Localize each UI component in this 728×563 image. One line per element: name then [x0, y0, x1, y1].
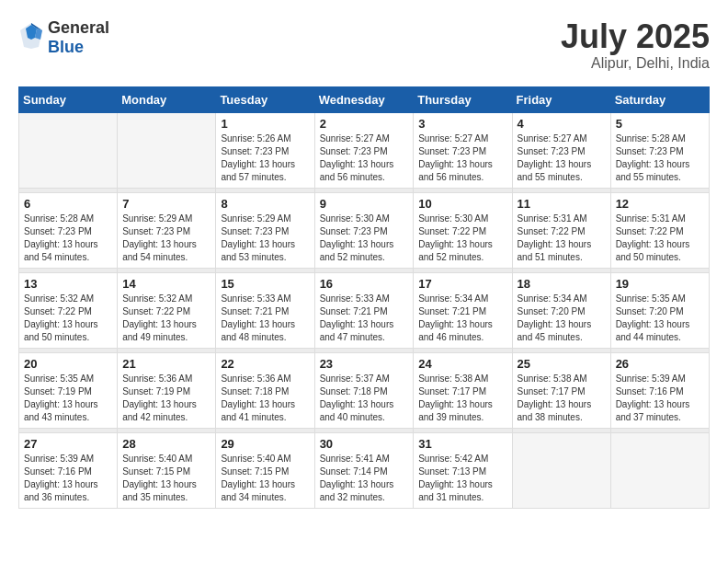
day-info: Sunrise: 5:31 AMSunset: 7:22 PMDaylight:…	[518, 213, 606, 264]
day-info: Sunrise: 5:33 AMSunset: 7:21 PMDaylight:…	[221, 293, 309, 344]
day-info: Sunrise: 5:41 AMSunset: 7:14 PMDaylight:…	[320, 453, 409, 504]
calendar-cell: 21Sunrise: 5:36 AMSunset: 7:19 PMDayligh…	[118, 352, 216, 428]
day-info: Sunrise: 5:31 AMSunset: 7:22 PMDaylight:…	[616, 213, 704, 264]
day-info: Sunrise: 5:36 AMSunset: 7:19 PMDaylight:…	[122, 373, 210, 424]
logo: General Blue	[18, 18, 109, 57]
weekday-header-monday: Monday	[118, 86, 216, 112]
day-number: 15	[221, 277, 309, 291]
day-info: Sunrise: 5:30 AMSunset: 7:22 PMDaylight:…	[418, 213, 506, 264]
calendar-cell: 18Sunrise: 5:34 AMSunset: 7:20 PMDayligh…	[512, 272, 610, 348]
weekday-header-wednesday: Wednesday	[314, 86, 414, 112]
calendar-table: SundayMondayTuesdayWednesdayThursdayFrid…	[18, 86, 710, 509]
day-info: Sunrise: 5:32 AMSunset: 7:22 PMDaylight:…	[122, 293, 210, 344]
calendar-cell: 4Sunrise: 5:27 AMSunset: 7:23 PMDaylight…	[512, 112, 610, 188]
day-number: 4	[518, 117, 606, 131]
day-info: Sunrise: 5:39 AMSunset: 7:16 PMDaylight:…	[24, 453, 112, 504]
calendar-cell: 3Sunrise: 5:27 AMSunset: 7:23 PMDaylight…	[414, 112, 512, 188]
day-info: Sunrise: 5:36 AMSunset: 7:18 PMDaylight:…	[221, 373, 309, 424]
day-number: 27	[24, 437, 112, 451]
day-number: 7	[122, 197, 210, 211]
calendar-week-row: 6Sunrise: 5:28 AMSunset: 7:23 PMDaylight…	[19, 192, 710, 268]
day-number: 23	[320, 357, 409, 371]
day-info: Sunrise: 5:34 AMSunset: 7:20 PMDaylight:…	[518, 293, 606, 344]
calendar-cell: 19Sunrise: 5:35 AMSunset: 7:20 PMDayligh…	[610, 272, 709, 348]
day-number: 21	[122, 357, 210, 371]
calendar-week-row: 13Sunrise: 5:32 AMSunset: 7:22 PMDayligh…	[19, 272, 710, 348]
day-number: 13	[24, 277, 112, 291]
calendar-cell: 2Sunrise: 5:27 AMSunset: 7:23 PMDaylight…	[314, 112, 414, 188]
calendar-cell	[19, 112, 118, 188]
day-info: Sunrise: 5:26 AMSunset: 7:23 PMDaylight:…	[221, 132, 309, 184]
day-info: Sunrise: 5:35 AMSunset: 7:20 PMDaylight:…	[616, 293, 704, 344]
weekday-header-tuesday: Tuesday	[216, 86, 314, 112]
calendar-cell: 17Sunrise: 5:34 AMSunset: 7:21 PMDayligh…	[414, 272, 512, 348]
day-number: 17	[418, 277, 506, 291]
day-number: 11	[518, 197, 606, 211]
day-number: 2	[320, 117, 409, 131]
logo-icon	[18, 21, 44, 54]
calendar-cell: 24Sunrise: 5:38 AMSunset: 7:17 PMDayligh…	[414, 352, 512, 428]
calendar-cell: 16Sunrise: 5:33 AMSunset: 7:21 PMDayligh…	[314, 272, 414, 348]
day-info: Sunrise: 5:38 AMSunset: 7:17 PMDaylight:…	[418, 373, 506, 424]
day-info: Sunrise: 5:30 AMSunset: 7:23 PMDaylight:…	[320, 213, 409, 264]
day-info: Sunrise: 5:37 AMSunset: 7:18 PMDaylight:…	[320, 373, 409, 424]
calendar-week-row: 1Sunrise: 5:26 AMSunset: 7:23 PMDaylight…	[19, 112, 710, 188]
day-info: Sunrise: 5:28 AMSunset: 7:23 PMDaylight:…	[24, 213, 112, 264]
day-number: 20	[24, 357, 112, 371]
weekday-header-row: SundayMondayTuesdayWednesdayThursdayFrid…	[19, 86, 710, 112]
logo-text: General Blue	[48, 18, 109, 57]
calendar-cell: 26Sunrise: 5:39 AMSunset: 7:16 PMDayligh…	[610, 352, 709, 428]
day-number: 14	[122, 277, 210, 291]
weekday-header-saturday: Saturday	[610, 86, 709, 112]
weekday-header-friday: Friday	[512, 86, 610, 112]
page-header: General Blue July 2025 Alipur, Delhi, In…	[18, 18, 710, 72]
day-number: 30	[320, 437, 409, 451]
calendar-cell: 10Sunrise: 5:30 AMSunset: 7:22 PMDayligh…	[414, 192, 512, 268]
title-block: July 2025 Alipur, Delhi, India	[561, 18, 710, 72]
day-info: Sunrise: 5:33 AMSunset: 7:21 PMDaylight:…	[320, 293, 409, 344]
calendar-cell: 15Sunrise: 5:33 AMSunset: 7:21 PMDayligh…	[216, 272, 314, 348]
calendar-cell: 22Sunrise: 5:36 AMSunset: 7:18 PMDayligh…	[216, 352, 314, 428]
day-number: 5	[616, 117, 704, 131]
day-number: 10	[418, 197, 506, 211]
day-info: Sunrise: 5:29 AMSunset: 7:23 PMDaylight:…	[221, 213, 309, 264]
day-info: Sunrise: 5:35 AMSunset: 7:19 PMDaylight:…	[24, 373, 112, 424]
month-title: July 2025	[561, 18, 710, 55]
day-info: Sunrise: 5:32 AMSunset: 7:22 PMDaylight:…	[24, 293, 112, 344]
calendar-cell: 31Sunrise: 5:42 AMSunset: 7:13 PMDayligh…	[414, 432, 512, 508]
day-number: 31	[418, 437, 506, 451]
calendar-cell: 11Sunrise: 5:31 AMSunset: 7:22 PMDayligh…	[512, 192, 610, 268]
calendar-cell: 7Sunrise: 5:29 AMSunset: 7:23 PMDaylight…	[118, 192, 216, 268]
calendar-cell: 1Sunrise: 5:26 AMSunset: 7:23 PMDaylight…	[216, 112, 314, 188]
day-number: 16	[320, 277, 409, 291]
calendar-cell: 20Sunrise: 5:35 AMSunset: 7:19 PMDayligh…	[19, 352, 118, 428]
day-info: Sunrise: 5:40 AMSunset: 7:15 PMDaylight:…	[221, 453, 309, 504]
logo-general: General	[48, 18, 109, 37]
day-info: Sunrise: 5:27 AMSunset: 7:23 PMDaylight:…	[418, 132, 506, 184]
day-number: 18	[518, 277, 606, 291]
calendar-cell: 25Sunrise: 5:38 AMSunset: 7:17 PMDayligh…	[512, 352, 610, 428]
day-info: Sunrise: 5:38 AMSunset: 7:17 PMDaylight:…	[518, 373, 606, 424]
calendar-week-row: 27Sunrise: 5:39 AMSunset: 7:16 PMDayligh…	[19, 432, 710, 508]
day-info: Sunrise: 5:34 AMSunset: 7:21 PMDaylight:…	[418, 293, 506, 344]
day-number: 6	[24, 197, 112, 211]
day-number: 22	[221, 357, 309, 371]
weekday-header-thursday: Thursday	[414, 86, 512, 112]
calendar-cell: 30Sunrise: 5:41 AMSunset: 7:14 PMDayligh…	[314, 432, 414, 508]
day-info: Sunrise: 5:27 AMSunset: 7:23 PMDaylight:…	[320, 132, 409, 184]
day-info: Sunrise: 5:40 AMSunset: 7:15 PMDaylight:…	[122, 453, 210, 504]
calendar-cell: 8Sunrise: 5:29 AMSunset: 7:23 PMDaylight…	[216, 192, 314, 268]
day-number: 26	[616, 357, 704, 371]
day-number: 28	[122, 437, 210, 451]
day-info: Sunrise: 5:28 AMSunset: 7:23 PMDaylight:…	[616, 132, 704, 184]
day-number: 29	[221, 437, 309, 451]
calendar-cell: 13Sunrise: 5:32 AMSunset: 7:22 PMDayligh…	[19, 272, 118, 348]
day-number: 8	[221, 197, 309, 211]
day-info: Sunrise: 5:27 AMSunset: 7:23 PMDaylight:…	[518, 132, 606, 184]
calendar-cell: 6Sunrise: 5:28 AMSunset: 7:23 PMDaylight…	[19, 192, 118, 268]
day-number: 3	[418, 117, 506, 131]
day-number: 19	[616, 277, 704, 291]
calendar-cell: 9Sunrise: 5:30 AMSunset: 7:23 PMDaylight…	[314, 192, 414, 268]
calendar-cell	[610, 432, 709, 508]
calendar-cell: 28Sunrise: 5:40 AMSunset: 7:15 PMDayligh…	[118, 432, 216, 508]
